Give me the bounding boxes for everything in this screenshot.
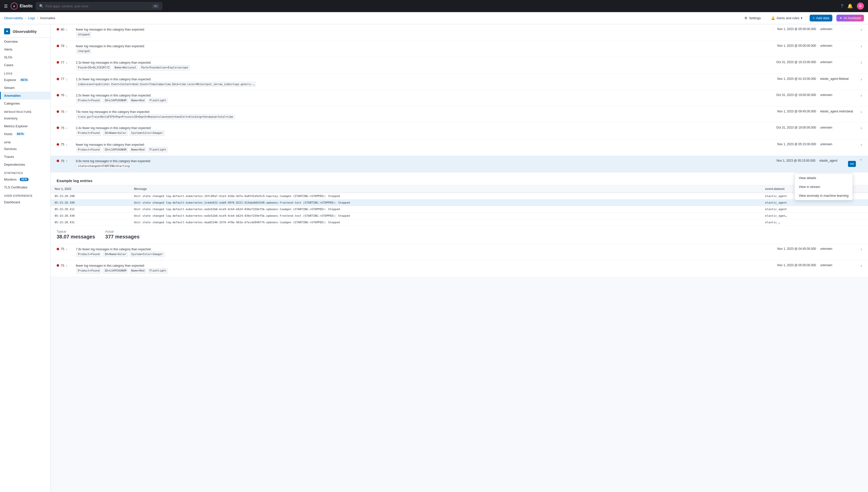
sidebar-item-metrics-explorer[interactable]: Metrics Explorer	[0, 122, 50, 130]
ai-assistant-button[interactable]: ✦ AI Assistant	[837, 15, 864, 22]
sidebar-logs-section: Logs Explorer BETA Stream Anomalies Cate…	[0, 69, 50, 107]
expand-chevron[interactable]: ›	[861, 27, 862, 32]
expand-chevron[interactable]: ›	[861, 44, 862, 49]
notifications-icon[interactable]: 🔔	[847, 3, 853, 9]
categories-label: Categories	[4, 101, 20, 105]
anomaly-source: unknown	[820, 44, 861, 48]
anomaly-row: 77 ↓ 2.3x fewer log messages in this cat…	[51, 57, 868, 74]
ai-icon: ✦	[840, 16, 842, 20]
user-avatar[interactable]: D	[857, 2, 864, 9]
sidebar-item-alerts[interactable]: Alerts	[0, 46, 50, 53]
help-icon[interactable]: ?	[841, 3, 843, 9]
expand-chevron[interactable]: ›	[861, 247, 862, 251]
expand-chevron[interactable]: ›	[861, 264, 862, 268]
context-menu-view-stream[interactable]: View in stream	[795, 182, 852, 191]
context-menu-view-ml[interactable]: View anomaly in machine learning	[795, 191, 852, 200]
sidebar-header: Observability	[0, 24, 50, 38]
direction-arrow: ↓	[66, 27, 68, 31]
sidebar-item-slos[interactable]: SLOs	[0, 53, 50, 61]
expand-chevron[interactable]: ›	[861, 77, 862, 81]
sidebar-item-dashboard[interactable]: Dashboard	[0, 198, 50, 206]
score-number: 75	[61, 264, 64, 268]
sidebar-item-services[interactable]: Services	[0, 145, 50, 153]
actual-value: 377 messages	[105, 234, 140, 240]
sidebar-item-traces[interactable]: Traces	[0, 153, 50, 161]
anomaly-score: 77 ↓	[56, 60, 72, 65]
expand-chevron[interactable]: ›	[861, 60, 862, 65]
add-data-label: Add data	[816, 16, 829, 20]
sidebar: Observability Overview Alerts SLOs Cases…	[0, 24, 51, 492]
anomaly-message: 74x more log messages in this category t…	[72, 109, 770, 120]
add-data-button[interactable]: + Add data	[810, 15, 832, 22]
breadcrumb-sep-1: /	[25, 17, 26, 20]
navbar-actions: ⚙ Settings 🔔 Alerts and rules ▾ + Add da…	[741, 15, 864, 22]
anomaly-score: 77 ↓	[56, 77, 72, 81]
expand-chevron[interactable]: ˅	[860, 159, 862, 164]
anomaly-row: 77 ↓ 1.3x fewer log messages in this cat…	[51, 74, 868, 90]
sidebar-item-overview[interactable]: Overview	[0, 38, 50, 46]
search-input[interactable]	[46, 4, 150, 8]
typical-stat: Typical 38.07 messages	[56, 230, 95, 240]
log-row: 05:15:28.411 Unit state changed log-defa…	[51, 206, 868, 213]
slos-label: SLOs	[4, 55, 13, 59]
bell-icon: 🔔	[771, 16, 775, 20]
score-dot	[56, 143, 59, 146]
sidebar-item-tls[interactable]: TLS Certificates	[0, 183, 50, 191]
log-message: Unit state changed log-default-kubernete…	[130, 193, 761, 199]
expand-chevron[interactable]: ›	[861, 143, 862, 147]
anomaly-time: Nov 1, 2023 @ 04:45:00.000	[770, 247, 820, 250]
log-table: Nov 1, 2023 Message event.dataset 05:15:…	[51, 185, 868, 226]
explorer-label: Explorer	[4, 78, 16, 82]
search-kbd: ⌘/	[153, 4, 159, 8]
log-time: 05:15:28.431	[51, 219, 130, 225]
anomaly-score: 76 ↓	[56, 93, 72, 97]
sidebar-item-explorer[interactable]: Explorer BETA	[0, 76, 50, 84]
score-number: 75	[61, 110, 64, 114]
sidebar-item-monitors[interactable]: Monitors NEW	[0, 175, 50, 183]
monitors-label: Monitors	[4, 177, 17, 181]
context-menu-view-details[interactable]: View details	[795, 173, 852, 182]
settings-button[interactable]: ⚙ Settings	[741, 15, 764, 22]
col-date: Nov 1, 2023	[51, 185, 130, 193]
expand-chevron[interactable]: ›	[861, 93, 862, 98]
sidebar-item-dependencies[interactable]: Dependencies	[0, 161, 50, 169]
sidebar-item-stream[interactable]: Stream	[0, 84, 50, 92]
sidebar-ux-section: User Experience Dashboard	[0, 191, 50, 206]
score-dot	[56, 159, 59, 162]
explorer-badge: BETA	[19, 78, 29, 81]
traces-label: Traces	[4, 155, 14, 158]
log-table-header: Nov 1, 2023 Message event.dataset	[51, 185, 868, 193]
elastic-logo-circle: e	[10, 2, 18, 9]
typical-value: 38.07 messages	[56, 234, 95, 240]
expand-chevron[interactable]: ›	[861, 126, 862, 130]
direction-arrow: ↓	[66, 264, 68, 268]
sidebar-synthetics-section: Synthetics Monitors NEW TLS Certificates	[0, 169, 50, 191]
sidebar-item-categories[interactable]: Categories	[0, 99, 50, 107]
log-time: 05:15:28.399	[51, 199, 130, 206]
alerts-rules-button[interactable]: 🔔 Alerts and rules ▾	[768, 15, 805, 22]
anomaly-time: Oct 31, 2023 @ 19:15:00.000	[770, 60, 820, 64]
anomaly-message: fewer log messages in this category than…	[72, 143, 770, 153]
expand-chevron[interactable]: ›	[861, 109, 862, 114]
hamburger-button[interactable]: ☰	[4, 4, 7, 8]
typical-label: Typical	[56, 230, 95, 233]
alerts-label: Alerts	[4, 48, 13, 51]
settings-label: Settings	[749, 16, 761, 20]
row-actions-button[interactable]: •••	[848, 161, 856, 167]
anomaly-source: unknown	[820, 60, 861, 64]
anomaly-tag: Product=Found	[76, 147, 101, 152]
global-search[interactable]: 🔍 ⌘/	[36, 2, 162, 10]
logs-section-label: Logs	[0, 69, 50, 76]
breadcrumb-logs[interactable]: Logs	[28, 16, 35, 20]
sidebar-item-anomalies[interactable]: Anomalies	[0, 92, 50, 99]
anomaly-message: 9.9x more log messages in this category …	[72, 159, 769, 169]
col-message: Message	[130, 185, 761, 193]
breadcrumb-observability[interactable]: Observability	[4, 16, 23, 20]
sidebar-item-hosts[interactable]: Hosts BETA	[0, 130, 50, 138]
context-menu: View details View in stream View anomaly…	[794, 173, 853, 200]
sidebar-item-inventory[interactable]: Inventory	[0, 115, 50, 122]
chevron-down-icon: ▾	[801, 16, 802, 20]
anomaly-score: 80 ↓	[56, 27, 72, 31]
anomaly-tag: Product=Found	[76, 98, 101, 103]
sidebar-item-cases[interactable]: Cases	[0, 61, 50, 69]
